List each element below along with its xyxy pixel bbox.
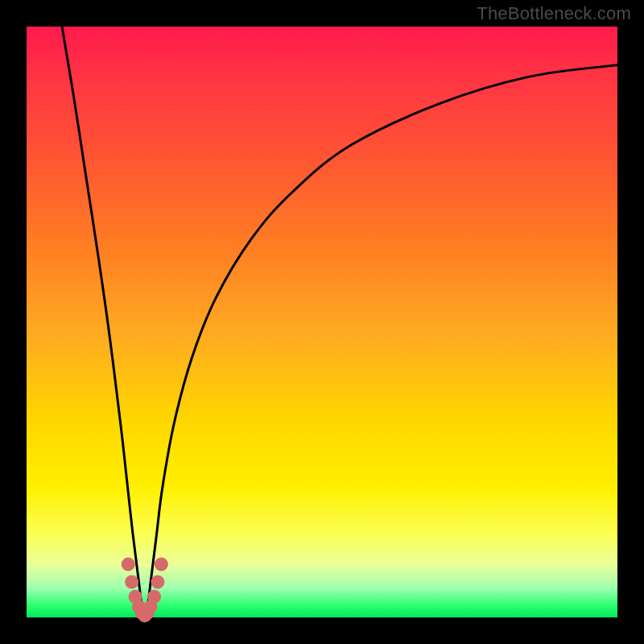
trough-point [125, 575, 138, 588]
chart-frame: TheBottleneck.com [0, 0, 644, 644]
watermark-text: TheBottleneck.com [477, 3, 631, 24]
bottleneck-curve [62, 27, 617, 617]
trough-point [122, 557, 135, 571]
trough-point [147, 590, 161, 604]
trough-point [151, 575, 164, 588]
trough-point [155, 557, 168, 571]
curve-layer [0, 0, 644, 644]
